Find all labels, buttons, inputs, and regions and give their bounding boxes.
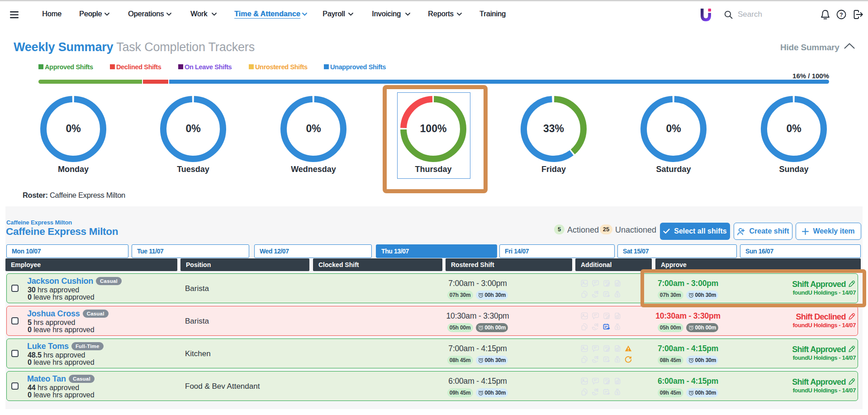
svg-text:?: ? — [840, 12, 843, 18]
